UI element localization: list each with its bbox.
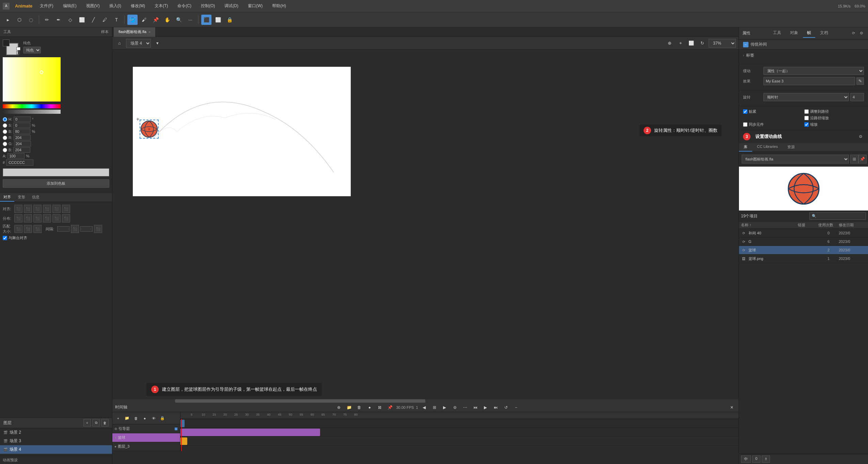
rgb-g-input[interactable]	[14, 141, 31, 146]
stage-align-btn[interactable]: ⊕	[665, 39, 674, 48]
lib-item-3[interactable]: 🖼 篮球.png 1 2023/0	[739, 254, 868, 263]
scene-item-3[interactable]: 🎬 场景 3	[0, 437, 112, 445]
lib-col-name-header[interactable]: 名称 ↑	[741, 222, 798, 228]
library-pin-btn[interactable]: 📌	[858, 155, 867, 164]
timeline-play-btn[interactable]: ▶	[482, 403, 490, 412]
right-tab-frame[interactable]: 帧	[803, 29, 815, 38]
scene-item-4[interactable]: 🎬 场景 4	[0, 445, 112, 454]
timeline-folder-btn[interactable]: 📁	[345, 403, 353, 412]
tool-paint[interactable]: 🖌	[139, 15, 149, 25]
scene-selector[interactable]: 场景 4	[126, 39, 151, 48]
canvas-hscrollbar[interactable]	[112, 399, 739, 403]
menu-text[interactable]: 文本(T)	[153, 2, 170, 10]
scene-dropdown-btn[interactable]: ▾	[153, 39, 162, 48]
menu-modify[interactable]: 修改(M)	[129, 2, 147, 10]
tool-more[interactable]: ···	[185, 15, 195, 25]
timeline-solo-btn[interactable]: ●	[365, 403, 374, 412]
tool-text[interactable]: T	[111, 15, 122, 25]
dist-bottom-btn[interactable]: ⬛	[62, 214, 70, 222]
tool-snap-obj[interactable]: ⬛	[201, 15, 211, 25]
timeline-next-frame-btn[interactable]: ⏭	[492, 403, 500, 412]
tool-brush[interactable]: ✏	[42, 15, 52, 25]
scene-del-btn[interactable]: 🗑	[101, 419, 109, 427]
lib-item-0[interactable]: ⟳ 补间 40 0 2023/0	[739, 229, 868, 237]
hsb-b-input[interactable]	[13, 129, 30, 134]
add-keyframe-btn[interactable]: ⊞	[430, 403, 439, 412]
timeline-settings-btn[interactable]: ⋯	[461, 403, 469, 412]
along-path-checkbox[interactable]	[804, 116, 809, 120]
rgb-r-input[interactable]	[14, 135, 31, 140]
match-h-btn[interactable]: ⬛	[24, 225, 32, 233]
effect-edit-btn[interactable]: ✎	[856, 77, 864, 85]
menu-debug[interactable]: 调试(D)	[222, 2, 240, 10]
lib-col-link-header[interactable]: 链接	[798, 222, 818, 228]
loop-btn[interactable]: ⊜	[451, 403, 459, 412]
tab-info[interactable]: 信息	[29, 193, 43, 202]
menu-insert[interactable]: 插入(I)	[107, 2, 123, 10]
color-picker-area[interactable]	[3, 57, 61, 102]
rotation-count-input[interactable]	[850, 93, 864, 101]
menu-view[interactable]: 视图(V)	[84, 2, 102, 10]
menu-command[interactable]: 命令(C)	[175, 2, 193, 10]
lib-tab-assets[interactable]: 资源	[783, 143, 800, 152]
dist-left-btn[interactable]: ⬛	[14, 214, 22, 222]
right-panel-settings-btn[interactable]: ⚙	[858, 30, 865, 36]
tool-rect[interactable]: ⬜	[77, 15, 87, 25]
menu-edit[interactable]: 编辑(E)	[61, 2, 79, 10]
hsb-s-input[interactable]	[13, 123, 30, 128]
right-tab-object[interactable]: 对象	[786, 29, 802, 38]
library-expand-btn[interactable]: ⊞	[850, 155, 858, 164]
canvas-hscrollbar-thumb[interactable]	[175, 399, 426, 403]
align-right-btn[interactable]: ⬛	[33, 205, 42, 213]
match-wh-btn[interactable]: ⬛	[33, 225, 42, 233]
rgb-g-radio[interactable]	[3, 142, 7, 146]
hue-slider[interactable]	[3, 104, 61, 108]
layer-del-btn[interactable]: 🗑	[132, 415, 140, 422]
lib-bottom-btn-1[interactable]: 中	[741, 455, 751, 463]
alpha-input[interactable]	[7, 153, 25, 159]
timeline-close-btn[interactable]: ✕	[728, 403, 736, 412]
reset-color[interactable]	[16, 47, 20, 50]
file-tab-close[interactable]: ×	[148, 30, 151, 34]
hex-input[interactable]	[6, 159, 33, 166]
hsb-h-input[interactable]	[14, 117, 31, 122]
ease-value-select[interactable]: 属性（一起）	[763, 67, 864, 75]
spacing-v-btn[interactable]: ⬛	[94, 225, 102, 233]
tool-pen[interactable]: ✒	[53, 15, 64, 25]
spacing-v-input[interactable]	[80, 226, 93, 232]
tags-toggle[interactable]: ›	[743, 53, 744, 57]
basketball-tween-bar[interactable]	[180, 429, 320, 436]
lib-bottom-btn-3[interactable]: ±	[762, 455, 770, 463]
orient-path-checkbox[interactable]	[804, 109, 809, 114]
alpha-slider[interactable]	[3, 110, 61, 114]
hsb-s-radio[interactable]	[3, 123, 7, 128]
library-file-select[interactable]: flash图标绘画.fla	[742, 155, 849, 164]
right-tab-tool[interactable]: 工具	[769, 29, 785, 38]
timeline-loop2-btn[interactable]: ↺	[502, 403, 510, 412]
lib-tab-cc[interactable]: CC Libraries	[752, 143, 783, 152]
tool-subselect[interactable]: ⬡	[14, 15, 25, 25]
dist-center-v-btn[interactable]: ⬛	[52, 214, 61, 222]
layer-row-guide[interactable]: ⊕ 引导层	[112, 424, 180, 433]
timeline-new-layer-btn[interactable]: ⊕	[335, 403, 343, 412]
tool-pin[interactable]: 📌	[151, 15, 161, 25]
prev-keyframe-btn[interactable]: ◀	[420, 403, 428, 412]
rgb-r-radio[interactable]	[3, 136, 7, 140]
tool-hand[interactable]: ✋	[162, 15, 172, 25]
tool-lock[interactable]: 🔒	[224, 15, 235, 25]
layer-folder-btn[interactable]: 📁	[123, 415, 131, 422]
lib-col-date-header[interactable]: 修改日期	[839, 222, 866, 228]
align-center-h-btn[interactable]: ⬛	[24, 205, 32, 213]
lib-item-1[interactable]: ⟳ G 6 2023/0	[739, 237, 868, 246]
layer-eye-btn[interactable]: 👁	[150, 415, 157, 422]
rgb-b-radio[interactable]	[3, 148, 7, 152]
align-bottom-btn[interactable]: ⬛	[62, 205, 70, 213]
no-color[interactable]	[16, 51, 20, 55]
layer-lock-btn[interactable]: 🔒	[159, 415, 166, 422]
sync-checkbox[interactable]	[743, 122, 747, 127]
tool-fill[interactable]: 🪣	[127, 15, 138, 25]
stage-snap-btn[interactable]: ⌖	[676, 39, 685, 48]
ease-settings-btn[interactable]: ⚙	[857, 133, 864, 140]
tool-curvature[interactable]: ◇	[65, 15, 75, 25]
spacing-h-btn[interactable]: ⬛	[71, 225, 79, 233]
